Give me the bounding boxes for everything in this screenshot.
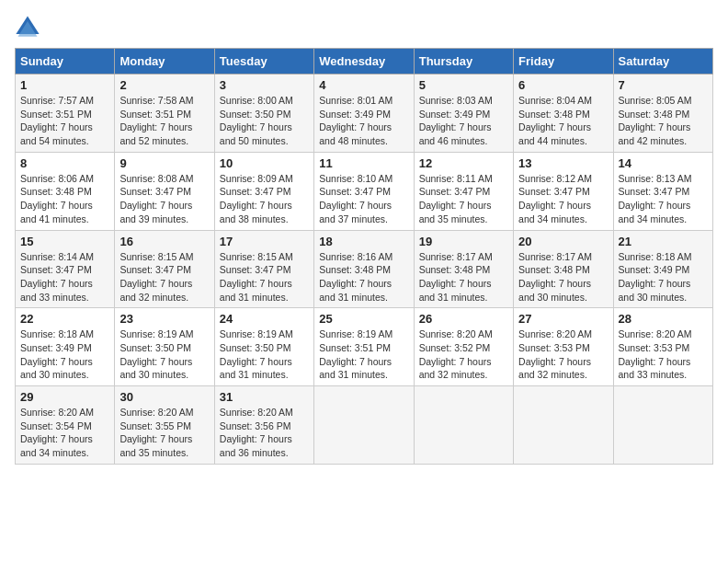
day-detail: Sunrise: 8:06 AM Sunset: 3:48 PM Dayligh… [20,172,109,226]
day-number: 4 [319,78,408,92]
day-number: 30 [119,390,209,404]
calendar-table: SundayMondayTuesdayWednesdayThursdayFrid… [15,48,713,465]
header-row: SundayMondayTuesdayWednesdayThursdayFrid… [16,49,713,75]
calendar-week-4: 22Sunrise: 8:18 AM Sunset: 3:49 PM Dayli… [16,308,713,386]
day-number: 13 [518,156,608,170]
day-number: 28 [619,312,708,326]
calendar-cell: 9Sunrise: 8:08 AM Sunset: 3:47 PM Daylig… [115,152,214,230]
day-number: 12 [419,156,508,170]
calendar-cell: 15Sunrise: 8:14 AM Sunset: 3:47 PM Dayli… [16,230,115,308]
calendar-cell: 22Sunrise: 8:18 AM Sunset: 3:49 PM Dayli… [16,308,115,386]
day-number: 18 [319,235,408,248]
header-cell-thursday: Thursday [414,49,513,75]
calendar-cell: 29Sunrise: 8:20 AM Sunset: 3:54 PM Dayli… [16,386,115,465]
calendar-cell: 21Sunrise: 8:18 AM Sunset: 3:49 PM Dayli… [613,230,712,308]
logo-icon [15,15,40,40]
day-detail: Sunrise: 8:19 AM Sunset: 3:50 PM Dayligh… [119,327,209,382]
calendar-cell: 2Sunrise: 7:58 AM Sunset: 3:51 PM Daylig… [115,75,214,153]
calendar-cell: 13Sunrise: 8:12 AM Sunset: 3:47 PM Dayli… [514,152,613,230]
day-number: 6 [518,78,608,92]
day-detail: Sunrise: 8:19 AM Sunset: 3:51 PM Dayligh… [319,327,408,382]
calendar-week-2: 8Sunrise: 8:06 AM Sunset: 3:48 PM Daylig… [16,152,713,230]
logo [15,15,44,40]
day-detail: Sunrise: 8:20 AM Sunset: 3:55 PM Dayligh… [119,406,209,460]
day-number: 15 [20,235,109,248]
day-detail: Sunrise: 8:18 AM Sunset: 3:49 PM Dayligh… [619,250,708,304]
calendar-cell: 17Sunrise: 8:15 AM Sunset: 3:47 PM Dayli… [214,230,313,308]
day-number: 9 [119,156,209,170]
calendar-cell: 26Sunrise: 8:20 AM Sunset: 3:52 PM Dayli… [414,308,513,386]
calendar-cell: 7Sunrise: 8:05 AM Sunset: 3:48 PM Daylig… [613,75,712,153]
day-detail: Sunrise: 8:12 AM Sunset: 3:47 PM Dayligh… [518,172,608,226]
day-number: 31 [220,390,309,404]
day-detail: Sunrise: 8:04 AM Sunset: 3:48 PM Dayligh… [518,94,608,148]
day-number: 23 [119,312,209,326]
day-detail: Sunrise: 8:08 AM Sunset: 3:47 PM Dayligh… [119,172,209,226]
day-number: 16 [119,235,209,248]
calendar-cell: 8Sunrise: 8:06 AM Sunset: 3:48 PM Daylig… [16,152,115,230]
day-detail: Sunrise: 8:17 AM Sunset: 3:48 PM Dayligh… [419,250,508,304]
day-detail: Sunrise: 7:57 AM Sunset: 3:51 PM Dayligh… [20,94,109,148]
day-detail: Sunrise: 8:20 AM Sunset: 3:54 PM Dayligh… [20,406,109,460]
calendar-cell: 12Sunrise: 8:11 AM Sunset: 3:47 PM Dayli… [414,152,513,230]
day-number: 27 [518,312,608,326]
header-cell-tuesday: Tuesday [214,49,313,75]
day-number: 24 [220,312,309,326]
day-detail: Sunrise: 8:20 AM Sunset: 3:53 PM Dayligh… [619,327,708,382]
day-number: 3 [220,78,309,92]
calendar-cell: 23Sunrise: 8:19 AM Sunset: 3:50 PM Dayli… [115,308,214,386]
day-detail: Sunrise: 8:17 AM Sunset: 3:48 PM Dayligh… [518,250,608,304]
day-number: 22 [20,312,109,326]
day-number: 11 [319,156,408,170]
day-number: 5 [419,78,508,92]
day-detail: Sunrise: 8:20 AM Sunset: 3:53 PM Dayligh… [518,327,608,382]
day-detail: Sunrise: 8:09 AM Sunset: 3:47 PM Dayligh… [220,172,309,226]
day-detail: Sunrise: 8:11 AM Sunset: 3:47 PM Dayligh… [419,172,508,226]
calendar-cell: 5Sunrise: 8:03 AM Sunset: 3:49 PM Daylig… [414,75,513,153]
calendar-cell: 1Sunrise: 7:57 AM Sunset: 3:51 PM Daylig… [16,75,115,153]
calendar-cell: 16Sunrise: 8:15 AM Sunset: 3:47 PM Dayli… [115,230,214,308]
header-cell-friday: Friday [514,49,613,75]
calendar-cell: 19Sunrise: 8:17 AM Sunset: 3:48 PM Dayli… [414,230,513,308]
calendar-cell: 30Sunrise: 8:20 AM Sunset: 3:55 PM Dayli… [115,386,214,465]
day-number: 7 [619,78,708,92]
calendar-cell: 24Sunrise: 8:19 AM Sunset: 3:50 PM Dayli… [214,308,313,386]
calendar-body: 1Sunrise: 7:57 AM Sunset: 3:51 PM Daylig… [16,75,713,465]
calendar-cell: 3Sunrise: 8:00 AM Sunset: 3:50 PM Daylig… [214,75,313,153]
day-number: 25 [319,312,408,326]
header-cell-saturday: Saturday [613,49,712,75]
header [15,15,713,40]
day-detail: Sunrise: 8:15 AM Sunset: 3:47 PM Dayligh… [119,250,209,304]
day-number: 21 [619,235,708,248]
calendar-cell: 18Sunrise: 8:16 AM Sunset: 3:48 PM Dayli… [314,230,414,308]
calendar-cell: 20Sunrise: 8:17 AM Sunset: 3:48 PM Dayli… [514,230,613,308]
day-detail: Sunrise: 8:13 AM Sunset: 3:47 PM Dayligh… [619,172,708,226]
day-detail: Sunrise: 8:20 AM Sunset: 3:52 PM Dayligh… [419,327,508,382]
header-cell-sunday: Sunday [16,49,115,75]
day-detail: Sunrise: 8:05 AM Sunset: 3:48 PM Dayligh… [619,94,708,148]
day-detail: Sunrise: 8:01 AM Sunset: 3:49 PM Dayligh… [319,94,408,148]
day-number: 10 [220,156,309,170]
header-cell-monday: Monday [115,49,214,75]
calendar-cell: 10Sunrise: 8:09 AM Sunset: 3:47 PM Dayli… [214,152,313,230]
calendar-week-5: 29Sunrise: 8:20 AM Sunset: 3:54 PM Dayli… [16,386,713,465]
calendar-cell: 11Sunrise: 8:10 AM Sunset: 3:47 PM Dayli… [314,152,414,230]
calendar-cell: 25Sunrise: 8:19 AM Sunset: 3:51 PM Dayli… [314,308,414,386]
calendar-cell [414,386,513,465]
calendar-cell: 14Sunrise: 8:13 AM Sunset: 3:47 PM Dayli… [613,152,712,230]
day-number: 2 [119,78,209,92]
day-detail: Sunrise: 8:15 AM Sunset: 3:47 PM Dayligh… [220,250,309,304]
calendar-week-1: 1Sunrise: 7:57 AM Sunset: 3:51 PM Daylig… [16,75,713,153]
calendar-cell: 27Sunrise: 8:20 AM Sunset: 3:53 PM Dayli… [514,308,613,386]
day-number: 14 [619,156,708,170]
day-number: 17 [220,235,309,248]
day-detail: Sunrise: 8:14 AM Sunset: 3:47 PM Dayligh… [20,250,109,304]
day-number: 19 [419,235,508,248]
day-detail: Sunrise: 8:00 AM Sunset: 3:50 PM Dayligh… [220,94,309,148]
day-detail: Sunrise: 7:58 AM Sunset: 3:51 PM Dayligh… [119,94,209,148]
calendar-week-3: 15Sunrise: 8:14 AM Sunset: 3:47 PM Dayli… [16,230,713,308]
day-detail: Sunrise: 8:03 AM Sunset: 3:49 PM Dayligh… [419,94,508,148]
day-detail: Sunrise: 8:10 AM Sunset: 3:47 PM Dayligh… [319,172,408,226]
day-number: 29 [20,390,109,404]
day-detail: Sunrise: 8:20 AM Sunset: 3:56 PM Dayligh… [220,406,309,460]
